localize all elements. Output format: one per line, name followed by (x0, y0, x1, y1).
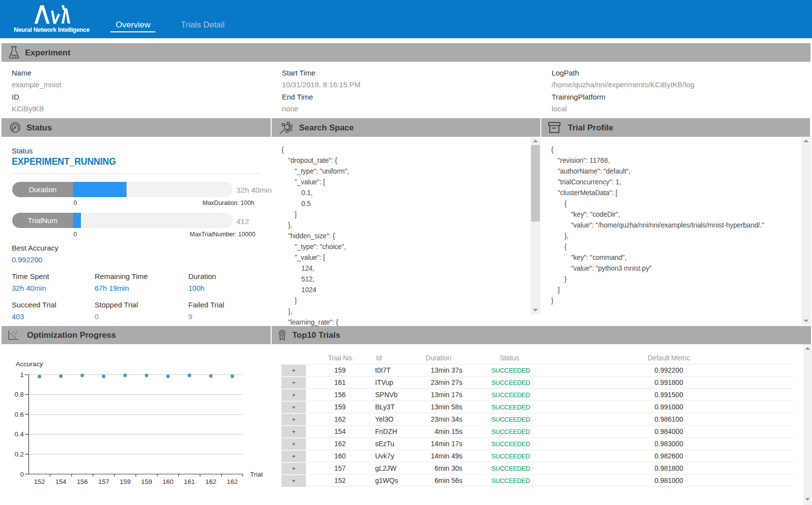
svg-text:152: 152 (34, 478, 45, 485)
svg-text:154: 154 (55, 478, 67, 485)
svg-text:162: 162 (227, 478, 238, 485)
svg-text:159: 159 (141, 478, 152, 485)
svg-text:160: 160 (162, 478, 174, 485)
svg-text:156: 156 (77, 478, 88, 485)
svg-text:0.8: 0.8 (15, 391, 24, 398)
svg-text:162: 162 (205, 478, 217, 485)
svg-text:159: 159 (120, 478, 131, 485)
svg-text:0.4: 0.4 (15, 430, 24, 438)
svg-text:0.2: 0.2 (15, 451, 24, 458)
svg-text:1: 1 (20, 371, 24, 379)
svg-text:157: 157 (98, 478, 109, 485)
svg-text:0.6: 0.6 (15, 411, 24, 418)
svg-text:0: 0 (20, 471, 24, 478)
svg-text:Trial: Trial (250, 471, 263, 478)
svg-text:Accuracy: Accuracy (16, 360, 43, 368)
svg-text:161: 161 (184, 478, 195, 485)
